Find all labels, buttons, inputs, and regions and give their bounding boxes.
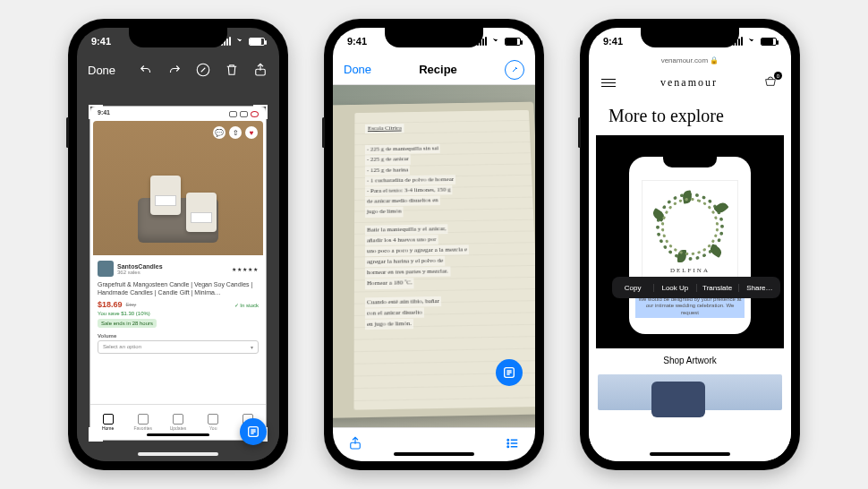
phone-mockup-2: 9:41 Done Recipe Escala Cítrica - 225 g …: [324, 19, 544, 470]
recipe-line: agregar la harina y el polvo de: [365, 256, 445, 268]
user-icon: [208, 414, 218, 425]
home-indicator[interactable]: [394, 452, 474, 456]
home-indicator[interactable]: [650, 452, 730, 456]
live-text-button[interactable]: [496, 359, 523, 386]
volume-label: Volume: [98, 333, 259, 339]
crop-handle-tl[interactable]: [89, 105, 103, 119]
cart-button[interactable]: 0: [762, 75, 779, 90]
recipe-line: de azúcar medio disueltos en: [365, 196, 440, 207]
undo-icon[interactable]: [138, 62, 154, 78]
status-icons: [221, 37, 265, 46]
markup-button[interactable]: [505, 60, 524, 80]
wifi-icon: [746, 38, 757, 46]
list-button[interactable]: [505, 435, 521, 455]
feature-block: DELFINA AND MATTEO 09.21.2021 Copy Look …: [596, 135, 784, 348]
seller-name[interactable]: SantosCandles: [117, 263, 163, 270]
status-time: 9:41: [347, 36, 367, 47]
context-lookup[interactable]: Look Up: [654, 284, 696, 292]
status-time: 9:41: [603, 36, 623, 47]
context-translate[interactable]: Translate: [697, 284, 739, 292]
recipe-line: con el azúcar disuelto: [365, 307, 424, 319]
recipe-line: añadir los 4 huevos uno por: [365, 235, 438, 245]
screen-1: 9:41 Done 9: [77, 28, 279, 461]
next-image-preview[interactable]: [598, 374, 782, 410]
live-text-button[interactable]: [240, 418, 267, 445]
notch: [385, 28, 483, 47]
bottom-toolbar: [333, 427, 535, 461]
context-menu: Copy Look Up Translate Share…: [612, 277, 780, 298]
selected-text[interactable]: We would be delighted by your presence a…: [635, 296, 745, 318]
done-button[interactable]: Done: [88, 64, 115, 77]
nav-bar: Done Recipe: [333, 55, 535, 85]
seller-sales: 362 sales: [117, 270, 163, 275]
redo-icon[interactable]: [166, 62, 183, 78]
context-copy[interactable]: Copy: [612, 284, 654, 292]
context-share[interactable]: Share…: [739, 284, 780, 292]
markup-pen-icon[interactable]: [195, 62, 211, 78]
inner-chat-icon: [229, 111, 237, 117]
url-bar[interactable]: venamour.com 🔒: [589, 55, 791, 66]
photo-view[interactable]: Escala Cítrica - 225 g de mantequilla si…: [333, 85, 535, 427]
hero-share-icon[interactable]: ⇧: [229, 126, 242, 139]
recipe-line: - 225 g de mantequilla sin sal: [365, 144, 440, 155]
option-select[interactable]: Select an option▾: [98, 340, 259, 354]
recipe-line: Batir la mantequilla y el azúcar,: [365, 224, 448, 236]
seller-avatar[interactable]: [98, 261, 114, 277]
cart-badge: 0: [774, 72, 782, 80]
notch: [129, 28, 227, 47]
inner-home-indicator: [147, 433, 209, 436]
recipe-line: - 1 cucharadita de polvo de hornear: [365, 175, 455, 185]
battery-icon: [505, 38, 521, 46]
share-icon[interactable]: [252, 62, 268, 78]
home-indicator[interactable]: [138, 452, 218, 456]
section-heading: More to explore: [589, 99, 791, 135]
screen-3: 9:41 venamour.com 🔒 venamour 0 More to e…: [589, 28, 791, 461]
inner-share-icon: [240, 111, 248, 117]
price: $18.69: [98, 300, 123, 309]
hero-heart-icon[interactable]: ♥: [245, 126, 258, 139]
notch: [641, 28, 739, 47]
svg-point-6: [507, 442, 509, 444]
hero-chat-icon[interactable]: 💬: [213, 126, 226, 139]
trash-icon[interactable]: [224, 62, 240, 78]
stock-status: ✓ In stock: [234, 302, 259, 308]
svg-point-5: [507, 439, 509, 441]
done-button[interactable]: Done: [344, 63, 371, 76]
crop-handle-tr[interactable]: [253, 105, 268, 119]
battery-icon: [249, 38, 265, 46]
wifi-icon: [234, 38, 245, 46]
svg-point-7: [507, 446, 509, 448]
nav-title: Recipe: [419, 63, 457, 76]
mini-notch: [663, 157, 717, 167]
phone-mockup-3: 9:41 venamour.com 🔒 venamour 0 More to e…: [580, 19, 800, 470]
status-icons: [477, 37, 521, 46]
rating-stars[interactable]: ★★★★★: [232, 266, 259, 272]
recipe-line: - 125 g de harina: [365, 165, 410, 175]
screen-2: 9:41 Done Recipe Escala Cítrica - 225 g …: [333, 28, 535, 461]
recipe-line: uno poco a poco y agregar a la mezcla e: [365, 244, 469, 256]
chevron-down-icon: ▾: [251, 344, 253, 350]
site-header: venamour 0: [589, 66, 791, 99]
hamburger-icon[interactable]: [601, 79, 616, 87]
recipe-line: Cuando esté aún tibio, bañar: [365, 296, 441, 308]
recipe-line: hornear en tres partes y mezclar.: [365, 267, 450, 279]
inner-status-bar: 9:41: [90, 107, 266, 121]
share-button[interactable]: [347, 435, 363, 455]
floral-wreath: [656, 193, 724, 261]
recipe-line: jugo de limón: [365, 207, 403, 218]
status-icons: [733, 37, 777, 46]
wifi-icon: [490, 38, 501, 46]
page-body[interactable]: More to explore DELFINA AND MATTEO: [589, 99, 791, 461]
product-info: SantosCandles 362 sales ★★★★★ Grapefruit…: [90, 255, 266, 359]
crop-region[interactable]: 9:41 💬⇧♥ SantosCandles 362 sales: [90, 107, 266, 440]
recipe-line: - 225 g de azúcar: [365, 155, 411, 165]
tab-home[interactable]: Home: [90, 405, 125, 440]
battery-icon: [761, 38, 777, 46]
recipe-line: en jugo de limón.: [365, 319, 413, 330]
recipe-title: Escala Cítrica: [365, 124, 404, 133]
recipe-line: - Para el texto: 3-4 limones, 150 g: [365, 185, 453, 196]
phone-mockup-1: 9:41 Done 9: [68, 19, 288, 470]
product-hero-image: 💬⇧♥: [93, 121, 263, 255]
brand-logo[interactable]: venamour: [660, 76, 718, 90]
shop-artwork-link[interactable]: Shop Artwork: [589, 348, 791, 369]
